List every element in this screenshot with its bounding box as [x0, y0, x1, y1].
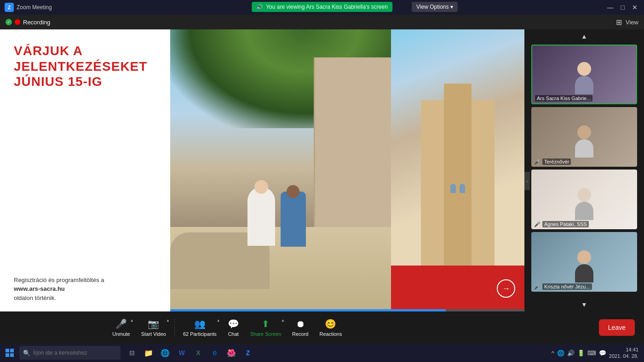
- taskbar-app-task-view[interactable]: ⊟: [124, 345, 140, 361]
- view-options-button[interactable]: View Options ▾: [412, 2, 458, 12]
- muted-icon: 🎤: [534, 221, 540, 227]
- leave-button[interactable]: Leave: [599, 319, 635, 336]
- separator: [174, 318, 175, 337]
- zoom-taskbar-icon: Z: [246, 349, 250, 356]
- word-icon: W: [178, 349, 184, 356]
- network-icon[interactable]: 🌐: [557, 350, 564, 356]
- taskbar-app-excel[interactable]: X: [190, 345, 206, 361]
- zoom-logo: Z Zoom Meeting: [5, 3, 52, 12]
- chat-label: Chat: [228, 331, 239, 337]
- chrome-icon: 🌐: [161, 349, 170, 357]
- photo-building: [314, 57, 391, 226]
- share-screen-button[interactable]: ▲ ⬆ Share Screen: [246, 316, 286, 339]
- grid-icon[interactable]: ⊞: [616, 18, 622, 27]
- church-window: [450, 184, 456, 193]
- record-icon: ⏺: [296, 319, 305, 329]
- taskbar-app-file-explorer[interactable]: 📁: [141, 345, 156, 361]
- keyboard-icon[interactable]: ⌨: [587, 350, 596, 356]
- taskbar-search[interactable]: 🔍: [19, 346, 121, 360]
- participant-tile: 🎤 Agnes Pataki, SSS: [531, 170, 637, 229]
- taskbar-app-edge[interactable]: e: [207, 345, 223, 361]
- slide-left: VÁRJUK A JELENTKEZÉSEKET JÚNIUS 15-IG Re…: [0, 29, 170, 311]
- taskbar-apps: ⊟ 📁 🌐 W X e 🌺 Z: [124, 345, 256, 361]
- person-silhouette: [575, 188, 593, 220]
- taskbar-app-chrome[interactable]: 🌐: [157, 345, 173, 361]
- zoom-icon: Z: [5, 3, 14, 12]
- start-button[interactable]: [2, 345, 17, 361]
- speaker-icon: 🔊: [256, 4, 263, 10]
- participants-label: 62 Participants: [183, 331, 217, 337]
- chat-icon: 💬: [228, 318, 239, 329]
- speaker-tray-icon[interactable]: 🔊: [567, 350, 575, 356]
- participants-button[interactable]: ▲ 👥 62 Participants: [178, 316, 221, 339]
- sidebar-scroll-down[interactable]: ▼: [524, 298, 644, 311]
- red-bar: →: [391, 266, 524, 311]
- video-off-icon: 📷: [148, 318, 159, 329]
- person-body: [575, 139, 593, 158]
- close-button[interactable]: ✕: [630, 4, 639, 11]
- participant-name: Kriszta nővér Jézu...: [542, 283, 592, 290]
- start-video-label: Start Video: [141, 331, 166, 337]
- minimize-button[interactable]: —: [605, 4, 615, 11]
- slide-right: →: [391, 29, 524, 311]
- reactions-icon: 😊: [325, 318, 336, 329]
- slide-container: VÁRJUK A JELENTKEZÉSEKET JÚNIUS 15-IG Re…: [0, 29, 524, 311]
- notification-icon[interactable]: 💬: [599, 350, 606, 356]
- participant-tile: Ars Sacra Kiss Gabrie...: [531, 45, 637, 104]
- start-video-button[interactable]: ▲ 📷 Start Video: [137, 316, 171, 339]
- photo-scene: [170, 29, 391, 311]
- main-area: VÁRJUK A JELENTKEZÉSEKET JÚNIUS 15-IG Re…: [0, 29, 524, 311]
- toolbar-center: ▲ 🎤 Unmute ▲ 📷 Start Video ▲ 👥 62 Partic…: [108, 316, 346, 339]
- chevron-icon: ▲: [281, 318, 285, 322]
- system-clock: 14:41 2021. 04. 28.: [609, 346, 638, 360]
- folder-icon: 📁: [144, 349, 153, 357]
- edge-icon: e: [213, 349, 217, 357]
- excel-icon: X: [196, 349, 200, 356]
- church-windows: [450, 184, 465, 193]
- sidebar-scroll-up[interactable]: ▲: [524, 29, 644, 43]
- slide-body-text: Regisztráció és programfeltöltés a www.a…: [14, 276, 156, 303]
- chevron-icon: ▲: [217, 318, 220, 322]
- taskbar-app-zoom[interactable]: Z: [240, 345, 256, 361]
- recording-badge: ✓ Recording: [6, 19, 50, 26]
- person-silhouette: [575, 62, 593, 94]
- status-dot: ✓: [6, 19, 12, 25]
- misc-app-icon: 🌺: [227, 349, 236, 357]
- person-head: [577, 125, 591, 139]
- taskbar-app-misc[interactable]: 🌺: [224, 345, 239, 361]
- person-head: [577, 250, 591, 264]
- view-options-label: View Options: [416, 4, 448, 10]
- svg-rect-0: [6, 349, 9, 352]
- chat-button[interactable]: 💬 Chat: [223, 316, 244, 339]
- search-icon: 🔍: [23, 350, 30, 356]
- search-input[interactable]: [33, 350, 107, 356]
- bottom-toolbar: ▲ 🎤 Unmute ▲ 📷 Start Video ▲ 👥 62 Partic…: [0, 311, 644, 344]
- slide-center-photo: [170, 29, 391, 311]
- maximize-button[interactable]: □: [619, 4, 627, 11]
- church-building: [421, 100, 494, 266]
- church-window: [460, 184, 465, 193]
- record-button[interactable]: ⏺ Record: [288, 316, 313, 339]
- sidebar: ▲ Ars Sacra Kiss Gabrie... 🎤 Teréznővér …: [524, 29, 644, 311]
- person-silhouette: [575, 250, 593, 283]
- view-button[interactable]: View: [626, 19, 638, 26]
- top-bar-right: ⊞ View: [616, 18, 638, 27]
- chevron-down-icon: ▾: [450, 4, 453, 10]
- record-label: Record: [292, 331, 308, 337]
- next-arrow[interactable]: →: [497, 279, 515, 298]
- muted-icon: 🎤: [534, 159, 540, 165]
- figure-woman: [281, 192, 306, 260]
- person-body: [575, 264, 593, 283]
- reactions-button[interactable]: 😊 Reactions: [315, 316, 347, 339]
- person-body: [575, 202, 593, 220]
- battery-icon[interactable]: 🔋: [577, 350, 585, 356]
- taskbar-app-word[interactable]: W: [174, 345, 190, 361]
- tray-chevron-icon[interactable]: ^: [552, 350, 554, 356]
- sidebar-collapse-handle[interactable]: ‹: [524, 172, 530, 190]
- svg-rect-1: [10, 349, 14, 352]
- viewing-banner-text: You are viewing Ars Sacra Kiss Gabriella…: [266, 4, 388, 10]
- window-title: Zoom Meeting: [17, 4, 52, 11]
- unmute-label: Unmute: [112, 331, 130, 337]
- taskbar: 🔍 ⊟ 📁 🌐 W X e 🌺 Z ^ 🌐 🔊 �: [0, 344, 644, 362]
- unmute-button[interactable]: ▲ 🎤 Unmute: [108, 316, 135, 339]
